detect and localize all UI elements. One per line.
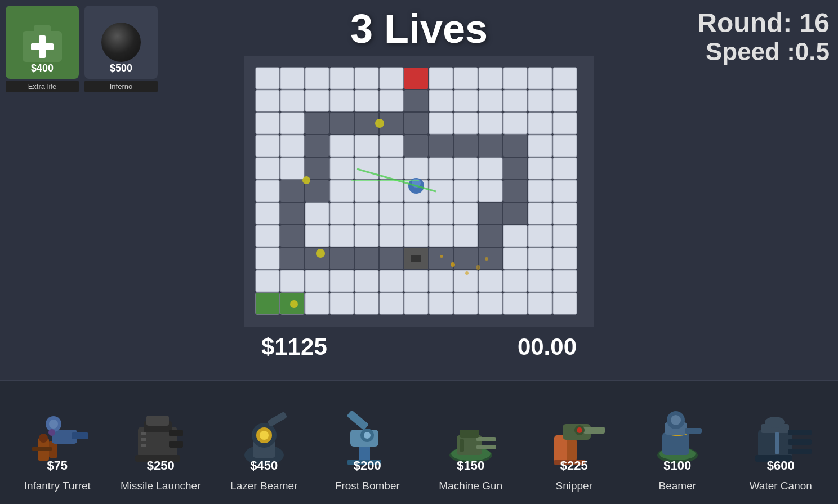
- frost-bomber-name: Frost Bomber: [335, 480, 400, 492]
- svg-rect-11: [503, 68, 527, 89]
- extra-life-item[interactable]: $400 Extra life: [6, 6, 79, 92]
- svg-rect-35: [454, 113, 478, 134]
- svg-rect-99: [429, 225, 453, 247]
- svg-rect-53: [256, 158, 279, 179]
- inferno-item[interactable]: $500 Inferno: [84, 6, 158, 92]
- svg-rect-96: [355, 225, 378, 247]
- svg-rect-139: [454, 293, 478, 314]
- svg-rect-81: [305, 203, 329, 224]
- missile-launcher-name: Missile Launcher: [121, 480, 201, 492]
- svg-rect-110: [380, 248, 403, 269]
- svg-rect-68: [305, 180, 329, 202]
- svg-rect-42: [305, 135, 329, 157]
- svg-rect-1: [256, 68, 279, 89]
- water-canon-price: $600: [767, 458, 795, 473]
- svg-point-190: [364, 432, 371, 439]
- svg-rect-29: [305, 113, 329, 134]
- timer-display: 00.00: [518, 333, 577, 360]
- svg-rect-38: [528, 113, 552, 134]
- svg-rect-106: [280, 248, 304, 269]
- tower-selection-bar: $75 Infantry Turret $250: [0, 380, 838, 504]
- svg-point-158: [476, 265, 480, 270]
- svg-rect-202: [583, 427, 605, 434]
- svg-rect-86: [429, 203, 453, 224]
- tower-machine-gun[interactable]: $150 Machine Gun: [423, 393, 519, 492]
- svg-rect-208: [662, 432, 689, 455]
- svg-rect-87: [454, 203, 478, 224]
- svg-rect-45: [380, 135, 403, 157]
- svg-rect-12: [528, 68, 552, 89]
- svg-rect-27: [256, 113, 279, 134]
- money-display: $1125: [261, 333, 327, 360]
- svg-rect-170: [32, 447, 52, 451]
- tower-water-canon[interactable]: $600 Water Canon: [733, 393, 828, 492]
- svg-rect-78: [553, 180, 577, 202]
- svg-rect-142: [528, 293, 552, 314]
- svg-point-149: [316, 249, 325, 258]
- svg-rect-40: [256, 135, 279, 157]
- svg-rect-175: [141, 438, 146, 441]
- svg-rect-28: [280, 113, 304, 134]
- svg-rect-97: [380, 225, 403, 247]
- svg-rect-52: [553, 135, 577, 157]
- svg-rect-109: [355, 248, 378, 269]
- missile-launcher-price: $250: [147, 458, 175, 473]
- frost-bomber-image: $200: [322, 393, 412, 478]
- svg-rect-61: [454, 158, 478, 179]
- svg-rect-84: [380, 203, 403, 224]
- svg-rect-146: [256, 293, 279, 314]
- svg-point-184: [260, 431, 269, 440]
- svg-rect-136: [380, 293, 403, 314]
- tower-missile-launcher[interactable]: $250 Missile Launcher: [113, 393, 208, 492]
- machine-gun-price: $150: [457, 458, 484, 473]
- svg-rect-102: [503, 225, 527, 247]
- svg-rect-66: [256, 180, 279, 202]
- beamer-name: Beamer: [658, 480, 696, 492]
- svg-rect-82: [330, 203, 354, 224]
- svg-rect-143: [553, 293, 577, 314]
- svg-rect-121: [330, 270, 354, 292]
- svg-rect-88: [479, 203, 502, 224]
- svg-rect-33: [404, 113, 428, 134]
- svg-rect-130: [553, 270, 577, 292]
- svg-rect-161: [411, 255, 421, 262]
- svg-rect-19: [380, 90, 403, 111]
- svg-rect-195: [476, 437, 496, 441]
- tower-infantry-turret[interactable]: $75 Infantry Turret: [10, 393, 105, 492]
- svg-rect-10: [479, 68, 502, 89]
- svg-rect-174: [141, 432, 146, 435]
- svg-rect-103: [528, 225, 552, 247]
- svg-rect-44: [355, 135, 378, 157]
- svg-rect-69: [330, 180, 354, 202]
- svg-rect-34: [429, 113, 453, 134]
- tower-beamer[interactable]: $100 Beamer: [630, 393, 725, 492]
- lazer-beamer-name: Lazer Beamer: [230, 480, 297, 492]
- tower-frost-bomber[interactable]: $200 Frost Bomber: [319, 393, 415, 492]
- svg-point-220: [765, 417, 785, 428]
- lazer-beamer-image: $450: [219, 393, 309, 478]
- svg-rect-108: [330, 248, 354, 269]
- svg-rect-80: [280, 203, 304, 224]
- svg-rect-14: [256, 90, 279, 111]
- svg-point-204: [577, 427, 582, 433]
- beamer-image: $100: [632, 393, 723, 478]
- svg-rect-98: [404, 225, 428, 247]
- game-board[interactable]: $1125 00.00: [244, 56, 594, 327]
- tower-lazer-beamer[interactable]: $450 Lazer Beamer: [216, 393, 312, 492]
- svg-point-159: [485, 257, 488, 261]
- svg-rect-4: [330, 68, 354, 89]
- svg-rect-140: [479, 293, 502, 314]
- svg-rect-144: [404, 68, 428, 89]
- svg-rect-77: [528, 180, 552, 202]
- svg-rect-49: [479, 135, 502, 157]
- tower-snipper[interactable]: $225 Snipper: [526, 393, 622, 492]
- svg-rect-18: [355, 90, 378, 111]
- svg-rect-114: [479, 248, 502, 269]
- svg-rect-39: [553, 113, 577, 134]
- water-canon-name: Water Canon: [750, 480, 812, 492]
- svg-rect-2: [280, 68, 304, 89]
- svg-rect-76: [503, 180, 527, 202]
- svg-rect-94: [305, 225, 329, 247]
- svg-rect-6: [380, 68, 403, 89]
- snipper-name: Snipper: [556, 480, 593, 492]
